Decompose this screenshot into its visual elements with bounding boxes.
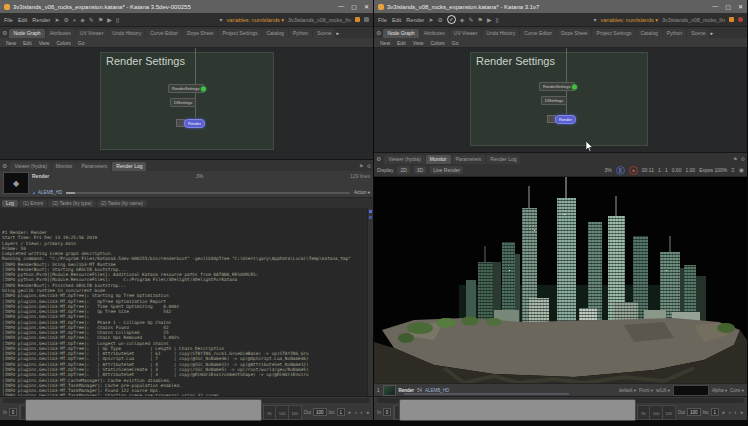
gear-icon[interactable]: ⚙	[63, 17, 68, 23]
menu-item[interactable]: File	[4, 17, 13, 23]
timeline-scrollbar[interactable]	[0, 397, 373, 404]
buffer-default-dropdown[interactable]: default ▾	[619, 388, 636, 393]
nodegraph-menu-item[interactable]: Edit	[23, 40, 32, 46]
node-view-led[interactable]	[572, 84, 577, 89]
dlsettings-node[interactable]: DlSettings	[541, 96, 567, 105]
gamma-value[interactable]: 1.00	[685, 167, 695, 173]
variables-dropdown[interactable]: variables: numIslands ▾	[227, 17, 284, 23]
node-graph-panel[interactable]: Render Settings RenderSettings DlSetting…	[0, 48, 373, 160]
transport-button[interactable]: «	[347, 409, 352, 415]
pane-settings-icon[interactable]: ⚙	[741, 156, 745, 162]
out-frame-field[interactable]: 100	[313, 408, 327, 416]
inc-field[interactable]: 1	[711, 408, 720, 416]
pane-settings-icon[interactable]: ⚙	[367, 163, 371, 169]
chevron-down-icon[interactable]: ▾	[594, 17, 597, 23]
buffer-conv-dropdown[interactable]: Conv ▾	[730, 388, 744, 393]
transport-button[interactable]: »	[739, 409, 744, 415]
menu-item[interactable]: Edit	[392, 17, 401, 23]
chevron-down-icon[interactable]: ▾	[220, 17, 223, 23]
stop-render-icon[interactable]: ●	[629, 166, 638, 175]
render-node[interactable]: Render	[184, 119, 205, 128]
minimize-button[interactable]: —	[338, 3, 344, 10]
play-icon[interactable]: ▶	[107, 17, 112, 23]
nodegraph-menu-item[interactable]: Go	[78, 40, 85, 46]
target-icon[interactable]: ⌖	[73, 17, 76, 23]
render-thumbnail[interactable]: ◆	[3, 172, 29, 194]
tab-overflow-icon[interactable]: ▸	[710, 30, 713, 36]
scene-name-field[interactable]: 3v3islands_v08_rocks_fin	[662, 17, 725, 23]
main-tab[interactable]: Dope Sheet	[183, 29, 217, 38]
pane-tab[interactable]: Render Log	[486, 155, 520, 164]
main-tab[interactable]: Attributes	[420, 29, 449, 38]
render-node-name[interactable]: ALEMB_HD	[425, 388, 449, 393]
main-tab[interactable]: Node Graph	[9, 29, 44, 38]
transport-button[interactable]: ›	[360, 409, 364, 415]
view-3d-button[interactable]: 3D	[414, 166, 426, 174]
zoom-level[interactable]: 1 : 1	[658, 167, 668, 173]
main-tab[interactable]: Project Settings	[218, 29, 261, 38]
scene-name-field[interactable]: 3v3islands_v06_rocks_fin	[288, 17, 351, 23]
check-icon[interactable]: ✓	[447, 15, 456, 24]
action-dropdown[interactable]: Action ▾	[354, 190, 370, 195]
render-node[interactable]: Render	[555, 115, 576, 124]
pause-icon[interactable]: ||	[116, 17, 119, 23]
main-tab[interactable]: Undo History	[482, 29, 519, 38]
status-orange-icon[interactable]	[355, 17, 360, 22]
transport-button[interactable]: «	[721, 409, 726, 415]
status-orange-icon[interactable]	[729, 17, 734, 22]
dlsettings-node[interactable]: DlSettings	[170, 98, 196, 107]
close-button[interactable]: ✕	[364, 3, 369, 10]
frame-tick[interactable]: 100	[275, 406, 288, 419]
log-filter-tab[interactable]: (2) Tasks (by name)	[97, 200, 147, 207]
catalog-thumbnail[interactable]	[383, 385, 396, 396]
pane-gear-icon[interactable]: ⚙	[2, 162, 7, 169]
nodegraph-menu-item[interactable]: Colors	[430, 40, 444, 46]
expose-value[interactable]: Expos 100%	[699, 167, 727, 173]
close-button[interactable]: ✕	[738, 3, 743, 10]
pane-tab[interactable]: Viewer (hydra)	[384, 155, 424, 164]
play-icon[interactable]: ▶	[487, 17, 492, 23]
in-frame-field[interactable]: 0	[383, 408, 392, 416]
pane-tab[interactable]: Parameters	[452, 155, 486, 164]
main-tab[interactable]: Curve Editor	[146, 29, 182, 38]
menu-item[interactable]: File	[378, 17, 387, 23]
main-tab[interactable]: Project Settings	[592, 29, 635, 38]
compare-icon[interactable]: ≡	[731, 167, 735, 173]
in-frame-field[interactable]: 0	[9, 408, 18, 416]
nodegraph-menu-item[interactable]: View	[413, 40, 424, 46]
buffer-b-slot[interactable]	[673, 385, 709, 396]
view-2d-button[interactable]: 2D	[397, 166, 409, 174]
main-tab[interactable]: Python	[289, 29, 313, 38]
transport-button[interactable]: »	[365, 409, 370, 415]
main-tab[interactable]: Catalog	[636, 29, 661, 38]
pane-tab[interactable]: Monitor	[426, 155, 451, 164]
inc-field[interactable]: 1	[337, 408, 346, 416]
log-filter-tab[interactable]: (1) Errors	[19, 200, 47, 207]
transport-button[interactable]: ‹	[354, 409, 358, 415]
menu-item[interactable]: Render	[406, 17, 424, 23]
maximize-button[interactable]: ▢	[725, 3, 731, 10]
snap-icon[interactable]: ◈	[80, 17, 85, 23]
menu-item[interactable]: Render	[32, 17, 50, 23]
out-frame-field[interactable]: 100	[687, 408, 701, 416]
frame-tick[interactable]: 95	[263, 406, 276, 419]
log-filter-tab[interactable]: (2) Tasks (by type)	[48, 200, 95, 207]
pin-icon[interactable]: ⚑	[733, 156, 737, 162]
main-tab[interactable]: Python	[663, 29, 687, 38]
rendersettings-node[interactable]: RenderSettings	[539, 82, 575, 91]
status-grey-icon[interactable]	[364, 17, 369, 22]
titlebar[interactable]: 3v3islands_v06_rocks_expansion.katana* -…	[0, 0, 373, 13]
pane-tab[interactable]: Render Log	[112, 162, 146, 171]
node-graph-panel[interactable]: Render Settings RenderSettings DlSetting…	[374, 48, 747, 153]
node-view-led[interactable]	[201, 86, 206, 91]
pin-icon[interactable]: ⚑	[359, 163, 363, 169]
pointer-icon[interactable]: ➤	[428, 17, 433, 23]
frame-tick[interactable]: 105	[288, 406, 301, 419]
pane-tab[interactable]: Viewer (hydra)	[10, 162, 50, 171]
fstop-value[interactable]: 0.00	[672, 167, 682, 173]
edit-icon[interactable]: ✎	[89, 17, 94, 23]
log-scrollbar[interactable]	[367, 208, 373, 396]
camera-icon[interactable]: ◉	[739, 167, 744, 173]
main-tab[interactable]: Curve Editor	[520, 29, 556, 38]
pane-gear-icon[interactable]: ⚙	[376, 29, 381, 36]
